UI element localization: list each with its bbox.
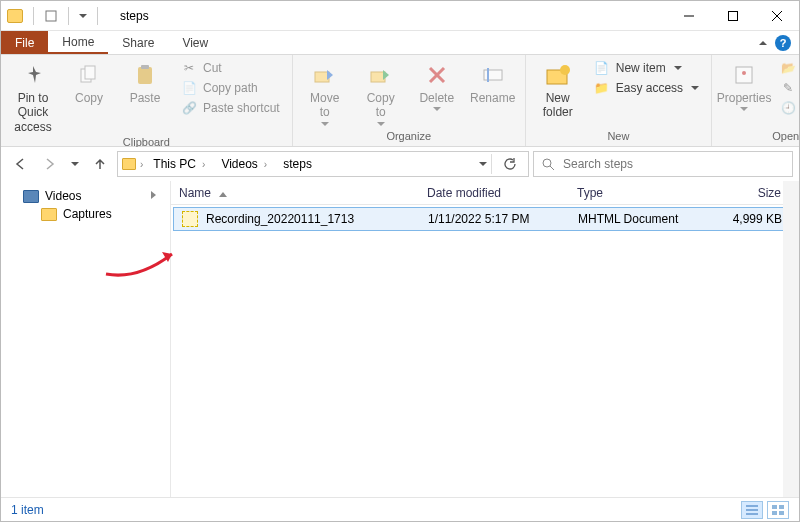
svg-line-24 xyxy=(550,166,554,170)
group-label: New xyxy=(532,128,705,146)
content-area: Videos Captures Name Date modified Type … xyxy=(1,181,799,497)
navigation-tree[interactable]: Videos Captures xyxy=(1,181,171,497)
edit-icon: ✎ xyxy=(780,80,796,96)
column-date[interactable]: Date modified xyxy=(419,186,569,200)
tab-home[interactable]: Home xyxy=(48,31,108,54)
edit-button[interactable]: ✎Edit xyxy=(774,79,800,97)
svg-rect-28 xyxy=(772,505,777,509)
forward-button[interactable] xyxy=(37,151,63,177)
file-name-cell: Recording_20220111_1713 xyxy=(174,211,420,227)
tab-file[interactable]: File xyxy=(1,31,48,54)
cut-button[interactable]: ✂Cut xyxy=(175,59,286,77)
chevron-right-icon[interactable] xyxy=(151,191,156,199)
svg-rect-6 xyxy=(85,66,95,79)
vertical-scrollbar[interactable] xyxy=(783,181,799,497)
column-name[interactable]: Name xyxy=(171,186,419,200)
paste-shortcut-button[interactable]: 🔗Paste shortcut xyxy=(175,99,286,117)
svg-point-18 xyxy=(742,71,746,75)
copy-path-button[interactable]: 📄Copy path xyxy=(175,79,286,97)
group-open: Properties 📂Open ✎Edit 🕘History Open xyxy=(712,55,800,146)
tab-share[interactable]: Share xyxy=(108,31,168,54)
file-type-cell: MHTML Document xyxy=(570,212,710,226)
pin-icon xyxy=(19,61,47,89)
move-to-button[interactable]: Move to xyxy=(299,57,351,126)
chevron-down-icon xyxy=(674,66,682,70)
breadcrumb-steps[interactable]: steps xyxy=(277,157,318,171)
group-label: Organize xyxy=(299,128,519,146)
address-dropdown-icon[interactable] xyxy=(479,162,487,166)
tab-view[interactable]: View xyxy=(168,31,222,54)
qat-item[interactable] xyxy=(44,9,58,23)
tree-item-videos[interactable]: Videos xyxy=(5,187,166,205)
chevron-down-icon xyxy=(691,86,699,90)
pin-to-quick-access-button[interactable]: Pin to Quick access xyxy=(7,57,59,134)
folder-icon xyxy=(122,158,136,170)
search-input[interactable]: Search steps xyxy=(533,151,793,177)
address-bar[interactable]: › This PC› Videos› steps xyxy=(117,151,529,177)
search-placeholder: Search steps xyxy=(563,157,633,171)
open-button[interactable]: 📂Open xyxy=(774,59,800,77)
qat-dropdown-icon[interactable] xyxy=(79,14,87,18)
group-label: Open xyxy=(718,128,800,146)
separator xyxy=(68,7,69,25)
ribbon-tabs: File Home Share View ? xyxy=(1,31,799,55)
new-folder-button[interactable]: New folder xyxy=(532,57,584,120)
item-count: 1 item xyxy=(11,503,44,517)
large-icons-view-button[interactable] xyxy=(767,501,789,519)
help-icon[interactable]: ? xyxy=(775,35,791,51)
chevron-down-icon xyxy=(740,107,748,111)
status-bar: 1 item xyxy=(1,497,799,521)
file-row[interactable]: Recording_20220111_1713 1/11/2022 5:17 P… xyxy=(173,207,793,231)
separator xyxy=(97,7,98,25)
column-type[interactable]: Type xyxy=(569,186,709,200)
properties-icon xyxy=(730,61,758,89)
refresh-button[interactable] xyxy=(496,151,524,177)
svg-rect-31 xyxy=(779,511,784,515)
ribbon-collapse-icon[interactable] xyxy=(759,41,767,45)
close-button[interactable] xyxy=(755,1,799,31)
svg-rect-2 xyxy=(729,11,738,20)
breadcrumb-videos[interactable]: Videos› xyxy=(215,157,273,171)
search-icon xyxy=(542,158,555,171)
paste-button[interactable]: Paste xyxy=(119,57,171,105)
svg-rect-8 xyxy=(141,65,149,69)
details-view-button[interactable] xyxy=(741,501,763,519)
open-icon: 📂 xyxy=(780,60,796,76)
copy-button[interactable]: Copy xyxy=(63,57,115,105)
file-size-cell: 4,999 KB xyxy=(710,212,790,226)
new-item-button[interactable]: 📄New item xyxy=(588,59,705,77)
chevron-down-icon xyxy=(377,122,385,126)
file-list: Name Date modified Type Size Recording_2… xyxy=(171,181,799,497)
svg-rect-13 xyxy=(484,70,502,80)
maximize-button[interactable] xyxy=(711,1,755,31)
chevron-down-icon xyxy=(321,122,329,126)
up-button[interactable] xyxy=(87,151,113,177)
history-button[interactable]: 🕘History xyxy=(774,99,800,117)
separator xyxy=(33,7,34,25)
minimize-button[interactable] xyxy=(667,1,711,31)
title-bar: steps xyxy=(1,1,799,31)
copy-to-icon xyxy=(367,61,395,89)
tree-item-captures[interactable]: Captures xyxy=(5,205,166,223)
chevron-down-icon xyxy=(433,107,441,111)
column-size[interactable]: Size xyxy=(709,186,789,200)
folder-icon xyxy=(41,208,57,221)
group-clipboard: Pin to Quick access Copy Paste ✂Cut 📄Cop… xyxy=(1,55,293,146)
back-button[interactable] xyxy=(7,151,33,177)
chevron-down-icon xyxy=(71,162,79,166)
copy-to-button[interactable]: Copy to xyxy=(355,57,407,126)
copy-path-icon: 📄 xyxy=(181,80,197,96)
easy-access-button[interactable]: 📁Easy access xyxy=(588,79,705,97)
recent-locations-button[interactable] xyxy=(67,151,83,177)
delete-button[interactable]: Delete xyxy=(411,57,463,111)
window-title: steps xyxy=(120,9,149,23)
rename-icon xyxy=(479,61,507,89)
properties-button[interactable]: Properties xyxy=(718,57,770,111)
move-to-icon xyxy=(311,61,339,89)
column-headers[interactable]: Name Date modified Type Size xyxy=(171,181,799,205)
folder-icon xyxy=(7,9,23,23)
group-new: New folder 📄New item 📁Easy access New xyxy=(526,55,712,146)
breadcrumb-this-pc[interactable]: This PC› xyxy=(147,157,211,171)
rename-button[interactable]: Rename xyxy=(467,57,519,105)
ribbon: Pin to Quick access Copy Paste ✂Cut 📄Cop… xyxy=(1,55,799,147)
